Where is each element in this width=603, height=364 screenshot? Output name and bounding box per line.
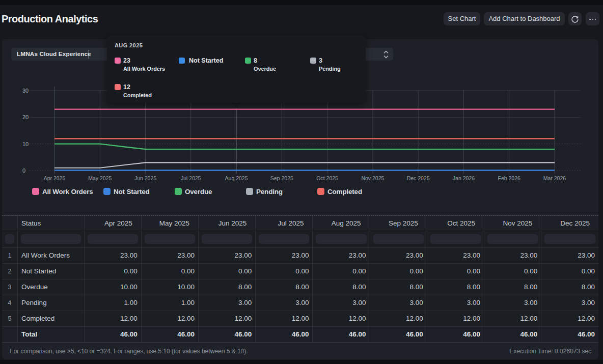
- svg-text:Jul 2025: Jul 2025: [181, 175, 201, 181]
- svg-text:Feb 2026: Feb 2026: [498, 175, 521, 181]
- svg-text:20: 20: [22, 114, 29, 120]
- svg-text:Jun 2025: Jun 2025: [134, 175, 156, 181]
- svg-text:0: 0: [22, 167, 25, 174]
- svg-text:Sep 2025: Sep 2025: [270, 175, 293, 181]
- svg-text:Aug 2025: Aug 2025: [225, 175, 248, 181]
- svg-text:Jan 2026: Jan 2026: [453, 175, 475, 181]
- svg-text:May 2025: May 2025: [88, 175, 112, 181]
- svg-text:Oct 2025: Oct 2025: [316, 175, 338, 181]
- svg-text:Dec 2025: Dec 2025: [407, 175, 430, 181]
- svg-text:Apr 2025: Apr 2025: [44, 175, 66, 181]
- svg-text:Mar 2026: Mar 2026: [543, 175, 566, 181]
- svg-text:30: 30: [22, 88, 29, 94]
- svg-text:Nov 2025: Nov 2025: [361, 175, 384, 181]
- svg-text:10: 10: [22, 141, 29, 147]
